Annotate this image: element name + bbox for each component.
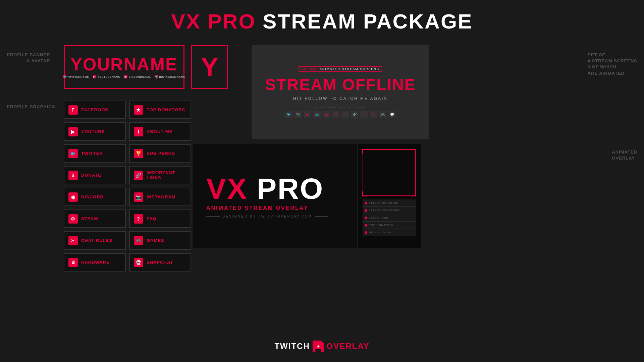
steam-label: STEAM <box>81 216 98 221</box>
banner-socials: 🐦 TWITTERNAME ▶ YOUTUBENAME ◉ DISCORDNAM… <box>63 75 185 78</box>
designed-by-text: DESIGNED BY TWITCHOVERLAY.COM <box>222 215 312 218</box>
panel-steam[interactable]: ⚙ STEAM <box>64 209 126 228</box>
banner-name: YOURNAME <box>70 56 177 73</box>
social-icons-strip: 🐦 📷 ▶ 📺 ◉ ⚙ ✕ 🔗 f ★ 🎮 💬 <box>258 111 423 118</box>
important-links-icon: 🔗 <box>134 171 143 180</box>
additional-social-label: ADDITIONAL SOCIAL ICONS <box>258 106 423 109</box>
panel-snapchat[interactable]: 👻 SNAPCHAT <box>129 253 191 272</box>
faq-label: FAQ <box>147 216 157 221</box>
panel-top-donators[interactable]: ★ TOP DONATORS <box>129 101 191 119</box>
stat-latest-donation: LATEST DONATION <box>363 199 416 207</box>
twitter-panel-label: TWITTER <box>81 151 103 156</box>
soc-instagram2: 📷 <box>294 111 302 118</box>
soc-steam2: ⚙ <box>332 111 339 118</box>
sub-perks-label: SUB PERKS <box>147 151 175 156</box>
stats-panel: LATEST DONATION LATEST FOLLOWER LATEST S… <box>357 144 421 248</box>
label-profile-banner: PROFILE BANNER& AVATAR <box>7 52 50 64</box>
twitch-icon: + <box>313 341 324 352</box>
avatar-card: Y <box>191 45 228 89</box>
bottom-branding: TWITCH + OVERLAY <box>274 341 369 352</box>
hardware-icon: 🖥 <box>68 258 78 267</box>
stat-label-4: TOP DONATION <box>369 224 393 227</box>
vx-pro-badge: VX PRO ANIMATED STREAM SCREENS <box>299 66 382 72</box>
panel-chat-rules[interactable]: ✂ CHAT RULES <box>64 231 126 250</box>
panel-youtube[interactable]: ▶ YOUTUBE <box>64 122 126 141</box>
games-icon: 🎮 <box>134 236 143 245</box>
panel-twitter[interactable]: 🐦 TWITTER <box>64 144 126 163</box>
stat-latest-sub: LATEST SUB <box>363 214 416 222</box>
instagram-icon: 📷 <box>155 75 158 78</box>
panel-instagram[interactable]: 📷 INSTAGRAM <box>129 188 191 206</box>
overlay-subtitle: ANIMATED STREAM OVERLAY <box>206 205 344 211</box>
label-profile-graphics: PROFILE GRAPHICS <box>7 104 55 110</box>
divider-right <box>315 216 328 217</box>
panel-games[interactable]: 🎮 GAMES <box>129 231 191 250</box>
stream-screens-inner: VX PRO ANIMATED STREAM SCREENS STREAM OF… <box>252 45 429 139</box>
games-label: GAMES <box>147 238 164 243</box>
profile-banner-section: YOURNAME 🐦 TWITTERNAME ▶ YOUTUBENAME ◉ D… <box>64 45 228 89</box>
instagram-panel-label: INSTAGRAM <box>147 194 176 199</box>
stats-list: LATEST DONATION LATEST FOLLOWER LATEST S… <box>363 199 416 236</box>
corner-br <box>411 191 416 196</box>
twitter-panel-icon: 🐦 <box>68 149 78 158</box>
about-me-label: ABOUT ME <box>147 129 172 134</box>
stat-now-playing: NOW PLAYING <box>363 229 416 236</box>
corner-tr <box>411 149 416 154</box>
stat-dot-2 <box>365 209 367 212</box>
discord-panel-label: DISCORD <box>81 194 104 199</box>
soc-extra1: 🔗 <box>351 111 358 118</box>
panel-facebook[interactable]: f FACEBOOK <box>64 101 126 119</box>
youtube-label: YOUTUBENAME <box>97 75 120 78</box>
panel-about-me[interactable]: ℹ ABOUT ME <box>129 122 191 141</box>
social-icons-row-container: ADDITIONAL SOCIAL ICONS 🐦 📷 ▶ 📺 ◉ ⚙ ✕ 🔗 … <box>258 106 423 118</box>
soc-twitch: 📺 <box>313 111 321 118</box>
soc-discord2: ◉ <box>323 111 330 118</box>
donate-label: DONATE <box>81 173 101 178</box>
panel-hardware[interactable]: 🖥 HARDWARE <box>64 253 126 272</box>
avatar-letter: Y <box>201 54 218 80</box>
soc-youtube2: ▶ <box>304 111 311 118</box>
panel-important-links[interactable]: 🔗 IMPORTANT LINKS <box>129 166 191 184</box>
divider-left <box>206 216 220 217</box>
stat-top-donation: TOP DONATION <box>363 222 416 229</box>
important-links-label: IMPORTANT LINKS <box>147 170 186 180</box>
panel-donate[interactable]: $ DONATE <box>64 166 126 184</box>
banner-card: YOURNAME 🐦 TWITTERNAME ▶ YOUTUBENAME ◉ D… <box>64 45 184 89</box>
stat-label-3: LATEST SUB <box>369 216 388 219</box>
social-instagram: 📷 INSTAGRAMNAME <box>155 75 185 78</box>
top-donators-label: TOP DONATORS <box>147 107 185 112</box>
follow-text: HIT FOLLOW TO CATCH ME AGAIN <box>293 96 388 101</box>
twitter-icon: 🐦 <box>63 75 66 78</box>
panel-faq[interactable]: ? FAQ <box>129 209 191 228</box>
designed-by: DESIGNED BY TWITCHOVERLAY.COM <box>206 215 344 218</box>
top-donators-icon: ★ <box>134 105 143 115</box>
stat-label-5: NOW PLAYING <box>369 231 391 234</box>
stat-latest-follower: LATEST FOLLOWER <box>363 207 416 214</box>
youtube-panel-label: YOUTUBE <box>81 129 105 134</box>
youtube-panel-icon: ▶ <box>68 127 78 136</box>
stream-offline-title: STREAM OFFLINE <box>265 77 416 93</box>
hardware-label: HARDWARE <box>81 260 110 265</box>
animated-overlay-section: VX PRO ANIMATED STREAM OVERLAY DESIGNED … <box>193 144 421 248</box>
badge-text: ANIMATED STREAM SCREENS <box>318 67 379 71</box>
about-me-icon: ℹ <box>134 127 143 136</box>
social-youtube: ▶ YOUTUBENAME <box>93 75 120 78</box>
label-animated-overlay: ANIMATEDOVERLAY <box>612 149 637 161</box>
stat-dot-4 <box>365 224 367 227</box>
panel-sub-perks[interactable]: 🏆 SUB PERKS <box>129 144 191 163</box>
facebook-icon: f <box>68 105 78 115</box>
panel-discord[interactable]: ◉ DISCORD <box>64 188 126 206</box>
instagram-label: INSTAGRAMNAME <box>159 75 185 78</box>
stat-label-2: LATEST FOLLOWER <box>369 209 400 212</box>
social-discord: ◉ DISCORDNAME <box>124 75 151 78</box>
twitter-label: TWITTERNAME <box>67 75 89 78</box>
chat-rules-icon: ✂ <box>68 236 78 245</box>
instagram-panel-icon: 📷 <box>134 192 143 202</box>
title-white-part: STREAM PACKAGE <box>263 10 473 33</box>
snapchat-label: SNAPCHAT <box>147 260 173 265</box>
social-twitter: 🐦 TWITTERNAME <box>63 75 89 78</box>
discord-label: DISCORDNAME <box>128 75 151 78</box>
twitch-text: TWITCH <box>274 342 310 351</box>
overlay-main-content: VX PRO ANIMATED STREAM OVERLAY DESIGNED … <box>193 144 357 248</box>
chat-rules-label: CHAT RULES <box>81 238 112 243</box>
